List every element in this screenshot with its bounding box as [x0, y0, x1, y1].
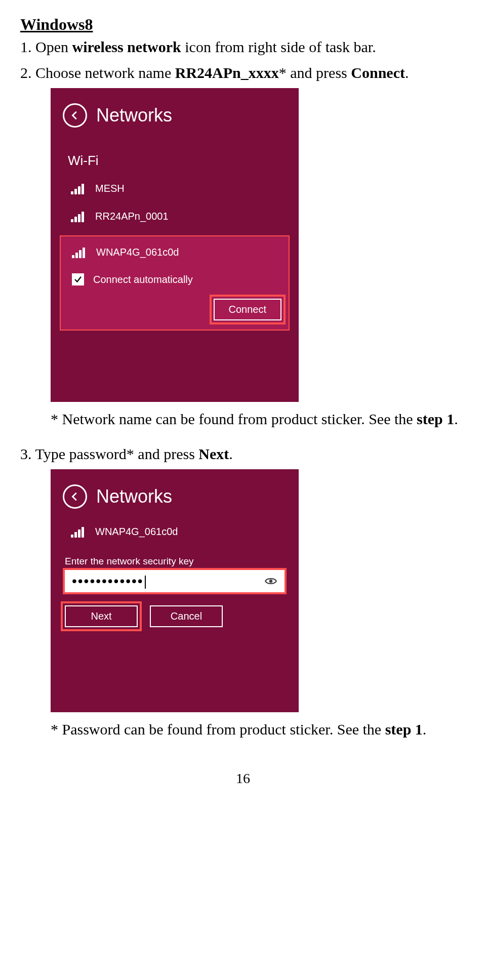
panel-title: Networks [96, 105, 172, 126]
t: 1. [20, 38, 35, 55]
wifi-section-label: Wi-Fi [51, 131, 299, 175]
next-button[interactable]: Next [65, 605, 138, 627]
network-name: WNAP4G_061c0d [95, 526, 178, 538]
step-3: 3. Type password* and press Next. [20, 444, 466, 465]
checkbox-checked-icon[interactable] [72, 273, 84, 285]
t: Next [198, 445, 229, 462]
network-item[interactable]: RR24APn_0001 [51, 202, 299, 230]
screenshot-enter-password: Networks WNAP4G_061c0d Enter the network… [51, 469, 466, 712]
password-area: Enter the network security key •••••••••… [65, 556, 285, 627]
networks-panel: Networks Wi-Fi MESH RR24APn_0001 WNAP4G_… [51, 88, 299, 402]
network-item[interactable]: WNAP4G_061c0d [72, 243, 281, 261]
t: . [229, 445, 233, 462]
panel-title: Networks [96, 486, 172, 507]
auto-connect-label: Connect automatically [93, 274, 193, 285]
back-button[interactable] [63, 484, 87, 509]
step-1: 1. Open wireless network icon from right… [20, 37, 466, 58]
section-heading: Windows8 [20, 15, 466, 34]
screenshot-networks-list: Networks Wi-Fi MESH RR24APn_0001 WNAP4G_… [51, 88, 466, 402]
t: 3. [20, 445, 35, 462]
t: * Password can be found from product sti… [51, 721, 385, 738]
t: Type password* and press [35, 445, 198, 462]
note-network-name: * Network name can be found from product… [51, 409, 466, 430]
t: * and press [279, 64, 351, 81]
network-item[interactable]: MESH [51, 175, 299, 202]
t: Connect [351, 64, 405, 81]
selected-network-block: WNAP4G_061c0d Connect automatically Conn… [60, 235, 290, 331]
back-button[interactable] [63, 103, 87, 128]
t: wireless network [72, 38, 181, 55]
password-input[interactable]: •••••••••••• [65, 570, 285, 592]
reveal-password-icon[interactable] [264, 575, 277, 588]
t: . [423, 721, 427, 738]
t: Choose network name [35, 64, 175, 81]
signal-icon [71, 526, 86, 538]
button-row: Next Cancel [65, 605, 285, 627]
signal-icon [71, 211, 86, 222]
arrow-left-icon [69, 491, 80, 502]
note-password: * Password can be found from product sti… [51, 719, 466, 740]
networks-panel: Networks WNAP4G_061c0d Enter the network… [51, 469, 299, 712]
password-value: •••••••••••• [72, 573, 146, 589]
svg-point-0 [269, 580, 273, 583]
t: Open [35, 38, 72, 55]
network-name: MESH [95, 183, 125, 194]
t: 2. [20, 64, 35, 81]
password-label: Enter the network security key [65, 556, 285, 567]
t: step 1 [417, 411, 454, 427]
panel-header: Networks [51, 469, 299, 512]
network-name: RR24APn_0001 [95, 211, 169, 222]
t: icon from right side of task bar. [181, 38, 376, 55]
page-number: 16 [20, 770, 466, 787]
cancel-button[interactable]: Cancel [150, 605, 223, 627]
t: . [454, 411, 458, 427]
t: RR24APn_xxxx [175, 64, 279, 81]
t: . [405, 64, 409, 81]
arrow-left-icon [69, 110, 80, 121]
auto-connect-row[interactable]: Connect automatically [72, 270, 281, 289]
t: * Network name can be found from product… [51, 411, 417, 427]
signal-icon [71, 183, 86, 194]
signal-icon [72, 247, 87, 258]
network-name: WNAP4G_061c0d [96, 247, 179, 258]
t: step 1 [385, 721, 423, 738]
connect-button[interactable]: Connect [214, 299, 282, 320]
network-item[interactable]: WNAP4G_061c0d [51, 512, 299, 546]
step-2: 2. Choose network name RR24APn_xxxx* and… [20, 63, 466, 84]
panel-header: Networks [51, 88, 299, 131]
